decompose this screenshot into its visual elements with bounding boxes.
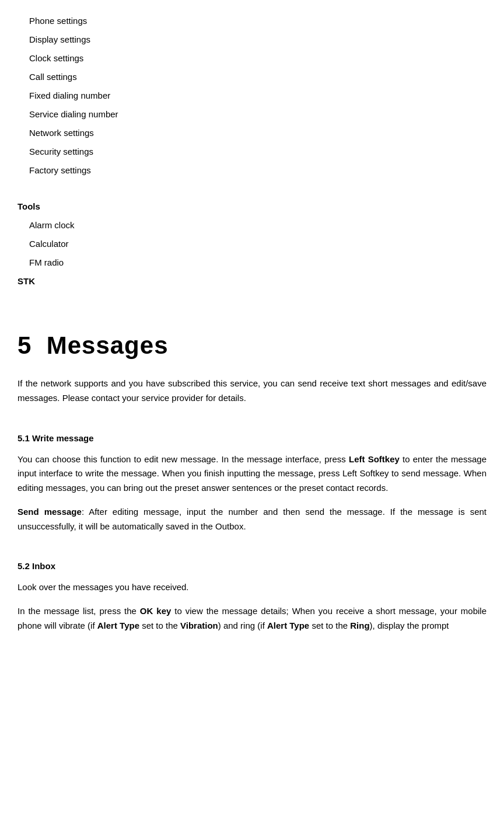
menu-item-factory-settings[interactable]: Factory settings [18, 161, 487, 180]
chapter-title-text: Messages [47, 332, 169, 359]
menu-item-alarm-clock[interactable]: Alarm clock [18, 216, 487, 235]
stk-label: STK [18, 274, 487, 288]
section-52-paragraph1: Look over the messages you have received… [18, 580, 487, 595]
section-51-heading: 5.1 Write message [18, 431, 487, 445]
chapter-title: 5 Messages [18, 326, 487, 365]
spacer-3 [18, 415, 487, 420]
spacer-2 [18, 293, 487, 305]
menu-item-phone-settings[interactable]: Phone settings [18, 12, 487, 30]
spacer-1 [18, 180, 487, 190]
intro-paragraph: If the network supports and you have sub… [18, 377, 487, 406]
tools-section: Tools Alarm clock Calculator FM radio [18, 200, 487, 272]
menu-item-call-settings[interactable]: Call settings [18, 68, 487, 86]
menu-item-clock-settings[interactable]: Clock settings [18, 49, 487, 68]
menu-item-network-settings[interactable]: Network settings [18, 124, 487, 142]
menu-item-fm-radio[interactable]: FM radio [18, 253, 487, 272]
chapter-number: 5 [18, 332, 32, 359]
menu-item-display-settings[interactable]: Display settings [18, 30, 487, 49]
spacer-4 [18, 543, 487, 548]
section-51-paragraph1: You can choose this function to edit new… [18, 452, 487, 496]
section-52-paragraph2: In the message list, press the OK key to… [18, 604, 487, 633]
menu-item-security-settings[interactable]: Security settings [18, 142, 487, 161]
menu-item-service-dialing[interactable]: Service dialing number [18, 105, 487, 124]
section-52-heading: 5.2 Inbox [18, 559, 487, 573]
menu-item-fixed-dialing[interactable]: Fixed dialing number [18, 86, 487, 105]
tools-heading: Tools [18, 200, 487, 214]
menu-item-calculator[interactable]: Calculator [18, 235, 487, 253]
section-51-paragraph2: Send message: After editing message, inp… [18, 505, 487, 534]
settings-menu: Phone settings Display settings Clock se… [18, 12, 487, 180]
